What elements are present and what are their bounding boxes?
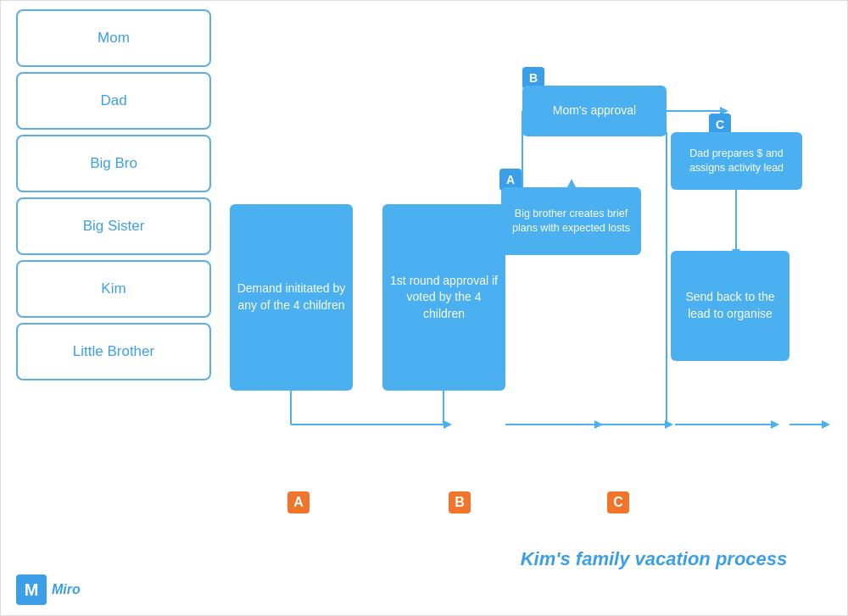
logo-icon: M [16,574,47,605]
logo-text: Miro [52,582,81,597]
flow-area: B A C Demand inititated by any of the 4 … [221,9,832,585]
box-demand: Demand inititated by any of the 4 childr… [230,204,353,391]
box-dad: Dad prepares $ and assigns activity lead [671,132,802,190]
svg-marker-17 [771,420,779,429]
person-card-littlebrother: Little Brother [16,323,211,380]
diagram-title-text: Kim's family vacation process [521,548,788,569]
sidebar: Mom Dad Big Bro Big Sister Kim Little Br… [16,9,211,380]
person-label-dad: Dad [100,92,126,109]
person-card-bigbro: Big Bro [16,135,211,192]
person-label-bigbro: Big Bro [90,155,137,172]
person-label-mom: Mom [98,30,130,47]
logo-area: M Miro [16,574,81,605]
box-dad-text: Dad prepares $ and assigns activity lead [678,147,795,176]
svg-marker-3 [444,420,452,429]
svg-marker-13 [665,420,673,429]
svg-marker-7 [567,179,576,187]
person-label-littlebrother: Little Brother [73,343,154,360]
logo-letter: M [25,580,39,600]
person-card-dad: Dad [16,72,211,130]
person-label-kim: Kim [101,280,126,297]
badge-a-bottom: A [287,491,310,513]
box-send-text: Send back to the lead to organise [678,289,783,322]
box-round-text: 1st round approval if voted by the 4 chi… [389,273,499,323]
person-card-mom: Mom [16,9,211,67]
box-moms: Mom's approval [522,86,667,136]
box-round: 1st round approval if voted by the 4 chi… [382,204,505,391]
person-card-kim: Kim [16,260,211,318]
svg-marker-5 [594,420,603,429]
box-bigbro-text: Big brother creates brief plans with exp… [508,207,634,236]
box-send: Send back to the lead to organise [671,251,789,361]
svg-marker-19 [822,420,830,429]
person-card-bigsister: Big Sister [16,197,211,255]
box-demand-text: Demand inititated by any of the 4 childr… [237,280,346,314]
badge-c-bottom: C [607,491,629,513]
person-label-bigsister: Big Sister [83,218,145,235]
logo-text-label: Miro [52,582,81,597]
main-container: Mom Dad Big Bro Big Sister Kim Little Br… [0,0,848,616]
box-bigbro: Big brother creates brief plans with exp… [501,187,641,255]
box-moms-text: Mom's approval [553,103,636,119]
badge-b-bottom: B [449,491,471,513]
diagram-title: Kim's family vacation process [433,548,848,570]
